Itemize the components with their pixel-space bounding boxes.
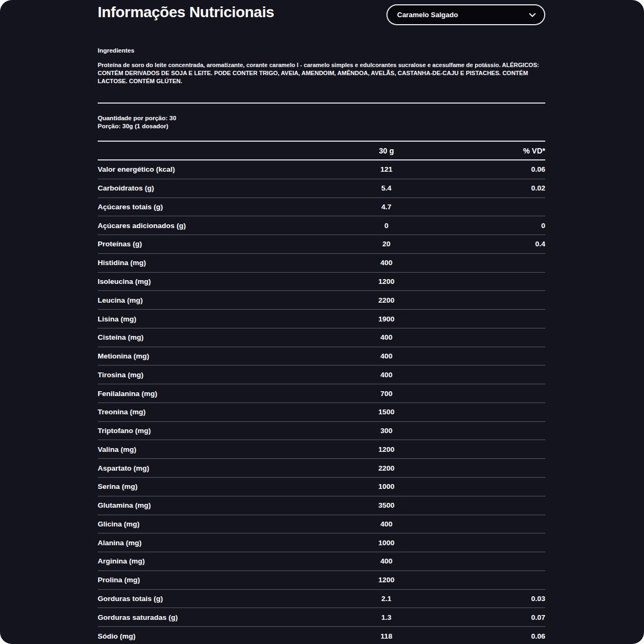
row-dv: 0.06	[432, 165, 545, 173]
row-amount: 1200	[341, 576, 432, 584]
row-amount: 400	[341, 333, 432, 341]
row-amount: 3500	[341, 501, 432, 509]
row-label: Isoleucina (mg)	[98, 277, 341, 286]
row-amount: 1500	[341, 408, 432, 416]
serving-portion: Porção: 30g (1 dosador)	[98, 122, 545, 130]
table-row: Proteínas (g)200.4	[98, 235, 545, 254]
table-row: Serina (mg)1000	[98, 478, 545, 496]
nutrition-panel: Informações Nutricionais Caramelo Salgad…	[0, 0, 644, 644]
table-header: 30 g % VD*	[98, 142, 545, 159]
row-label: Sódio (mg)	[98, 632, 341, 640]
row-label: Histidina (mg)	[98, 259, 341, 267]
table-row: Aspartato (mg)2200	[98, 459, 545, 478]
table-row: Lisina (mg)1900	[98, 310, 545, 328]
table-header-amount: 30 g	[341, 147, 432, 155]
chevron-down-icon	[528, 11, 537, 19]
row-amount: 20	[341, 240, 432, 248]
row-dv: 0.03	[432, 595, 545, 603]
row-label: Valor energético (kcal)	[98, 165, 341, 173]
table-row: Alanina (mg)1000	[98, 533, 545, 552]
row-label: Arginina (mg)	[98, 557, 341, 565]
row-amount: 1200	[341, 445, 432, 453]
table-row: Gorduras saturadas (g)1.30.07	[98, 608, 545, 627]
table-row: Valina (mg)1200	[98, 440, 545, 459]
table-row: Fenilalanina (mg)700	[98, 384, 545, 403]
row-label: Triptofano (mg)	[98, 427, 341, 435]
table-row: Leucina (mg)2200	[98, 291, 545, 310]
row-label: Treonina (mg)	[98, 408, 341, 416]
table-row: Treonina (mg)1500	[98, 403, 545, 422]
row-label: Leucina (mg)	[98, 296, 341, 304]
row-amount: 1000	[341, 539, 432, 547]
row-amount: 1200	[341, 277, 432, 286]
table-row: Cisteína (mg)400	[98, 328, 545, 347]
serving-info: Quantidade por porção: 30 Porção: 30g (1…	[98, 114, 545, 130]
row-label: Fenilalanina (mg)	[98, 390, 341, 398]
serving-quantity: Quantidade por porção: 30	[98, 114, 545, 122]
table-row: Histidina (mg)400	[98, 254, 545, 273]
row-amount: 4.7	[341, 203, 432, 211]
table-row: Glicina (mg)400	[98, 515, 545, 534]
row-amount: 400	[341, 557, 432, 565]
table-row: Arginina (mg)400	[98, 552, 545, 571]
row-label: Gorduras saturadas (g)	[98, 613, 341, 621]
table-row: Metionina (mg)400	[98, 347, 545, 366]
row-amount: 1.3	[341, 613, 432, 621]
row-label: Serina (mg)	[98, 482, 341, 491]
table-row: Isoleucina (mg)1200	[98, 273, 545, 291]
row-label: Lisina (mg)	[98, 315, 341, 323]
divider	[98, 103, 545, 104]
row-label: Glicina (mg)	[98, 520, 341, 528]
row-label: Prolina (mg)	[98, 576, 341, 584]
row-amount: 1000	[341, 482, 432, 491]
row-amount: 400	[341, 371, 432, 379]
row-label: Alanina (mg)	[98, 539, 341, 547]
row-label: Valina (mg)	[98, 445, 341, 453]
row-label: Aspartato (mg)	[98, 464, 341, 472]
table-row: Açúcares adicionados (g)00	[98, 216, 545, 235]
table-row: Sódio (mg)1180.06	[98, 627, 545, 644]
row-amount: 2200	[341, 464, 432, 472]
row-label: Açúcares totais (g)	[98, 203, 341, 211]
nutrition-table: Valor energético (kcal)1210.06Carboidrat…	[98, 160, 545, 644]
row-dv: 0.4	[432, 240, 545, 248]
flavor-select-value: Caramelo Salgado	[397, 11, 458, 19]
page-title: Informações Nutricionais	[98, 4, 274, 21]
table-row: Prolina (mg)1200	[98, 571, 545, 590]
row-label: Glutamina (mg)	[98, 501, 341, 509]
row-amount: 1900	[341, 315, 432, 323]
row-amount: 400	[341, 520, 432, 528]
header: Informações Nutricionais Caramelo Salgad…	[98, 4, 545, 25]
table-row: Glutamina (mg)3500	[98, 496, 545, 515]
row-amount: 0	[341, 222, 432, 230]
row-label: Carboidratos (g)	[98, 184, 341, 192]
table-row: Valor energético (kcal)1210.06	[98, 160, 545, 179]
row-label: Gorduras totais (g)	[98, 595, 341, 603]
row-label: Açúcares adicionados (g)	[98, 222, 341, 230]
row-dv: 0.06	[432, 632, 545, 640]
table-header-dv: % VD*	[432, 147, 545, 155]
row-label: Proteínas (g)	[98, 240, 341, 248]
row-amount: 118	[341, 632, 432, 640]
row-dv: 0	[432, 222, 545, 230]
ingredients-text: Proteína de soro do leite concentrada, a…	[98, 61, 545, 85]
ingredients-heading: Ingredientes	[98, 47, 545, 54]
row-amount: 2200	[341, 296, 432, 304]
row-amount: 5.4	[341, 184, 432, 192]
table-row: Açúcares totais (g)4.7	[98, 198, 545, 217]
table-row: Triptofano (mg)300	[98, 422, 545, 441]
table-row: Gorduras totais (g)2.10.03	[98, 590, 545, 609]
row-amount: 400	[341, 259, 432, 267]
row-label: Metionina (mg)	[98, 352, 341, 360]
table-row: Tirosina (mg)400	[98, 365, 545, 384]
row-amount: 700	[341, 390, 432, 398]
row-amount: 2.1	[341, 595, 432, 603]
row-amount: 400	[341, 352, 432, 360]
flavor-select[interactable]: Caramelo Salgado	[386, 4, 545, 25]
row-dv: 0.02	[432, 184, 545, 192]
row-label: Cisteína (mg)	[98, 333, 341, 341]
nutrition-content: Informações Nutricionais Caramelo Salgad…	[98, 0, 545, 644]
table-row: Carboidratos (g)5.40.02	[98, 179, 545, 198]
row-label: Tirosina (mg)	[98, 371, 341, 379]
row-amount: 300	[341, 427, 432, 435]
